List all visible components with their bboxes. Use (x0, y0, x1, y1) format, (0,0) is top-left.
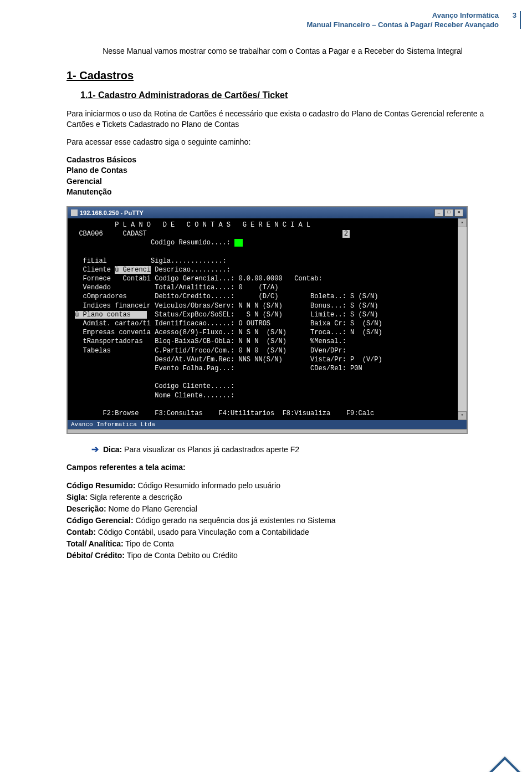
term-program: CBA006 CADAST (71, 230, 147, 238)
field-desc: Tipo de Conta Debito ou Crédito (125, 551, 238, 560)
term-title: P L A N O D E C O N T A S G E R E N C I … (71, 221, 310, 229)
terminal-body: P L A N O D E C O N T A S G E R E N C I … (68, 218, 458, 420)
terminal-screenshot: 192.168.0.250 - PuTTY _ □ × P L A N O D … (66, 206, 468, 434)
tip-row: ➔ Dica: Para visualizar os Planos já cad… (91, 445, 499, 454)
term-field-descricao: Descricao.........: (155, 266, 231, 274)
heading-cadastros: 1- Cadastros (66, 69, 499, 82)
term-line-transportadoras: tRansportadoras Bloq-BaixaS/CB-ObLa: N N… (71, 338, 346, 345)
close-icon[interactable]: × (454, 209, 463, 217)
field-desc: Código Contábil, usado para Vinculação c… (96, 528, 309, 536)
term-line-indices: Indices financeir Veiculos/Obras/Serv: N… (71, 302, 378, 310)
tip-text: Dica: Para visualizar os Planos já cadas… (103, 445, 299, 454)
intro-paragraph: Nesse Manual vamos mostrar como se traba… (66, 47, 499, 55)
fields-heading: Campos referentes a tela acima: (66, 462, 499, 473)
terminal-scrollbar[interactable]: ▴ ▾ (458, 218, 467, 420)
field-desc: Sigla referente a descrição (88, 493, 182, 502)
terminal-titlebar: 192.168.0.250 - PuTTY _ □ × (68, 207, 467, 218)
header-divider (520, 11, 521, 29)
page-number-badge: 3 (482, 756, 528, 772)
field-desc: Nome do Plano Gerencial (106, 504, 197, 513)
document-header: 3 Avanço Informática Manual Financeiro –… (66, 11, 499, 30)
field-total-analitica: Total/ Analítica: Tipo de Conta (66, 538, 499, 550)
term-menu-cliente: Cliente (71, 266, 115, 274)
term-cursor (234, 239, 242, 247)
term-line-tabelas: Tabelas C.Partid/Troco/Com.: 0 N 0 (S/N)… (71, 347, 346, 355)
field-sigla: Sigla: Sigla referente a descrição (66, 492, 499, 503)
term-line-evento: Evento Folha.Pag...: CDes/Rel: P0N (71, 365, 362, 372)
term-line-vendedor: Vendedo Total/Analitica....: 0 (T/A) (71, 284, 278, 292)
field-label: Débito/ Crédito: (66, 551, 125, 560)
field-desc: Código gerado na sequência dos já existe… (134, 516, 336, 525)
minimize-icon[interactable]: _ (434, 209, 443, 217)
path-step-plano-contas: Plano de Contas (66, 165, 499, 176)
term-menu-gerencial-selected: û Gerenci (115, 266, 151, 274)
heading-cadastro-adm-cartoes: 1.1- Cadastro Administradoras de Cartões… (80, 90, 499, 100)
field-label: Total/ Analítica: (66, 539, 124, 548)
fields-list: Código Resumido: Código Resumido informa… (66, 480, 499, 561)
term-field-codigo-resumido: Codigo Resumido....: (71, 239, 234, 247)
window-buttons: _ □ × (434, 209, 463, 217)
field-desc: Código Resumido informado pelo usuário (135, 481, 280, 490)
term-line-compradores: cOmpradores Debito/Credito.....: (D/C) B… (71, 293, 378, 300)
paragraph-intro-rotina: Para iniciarmos o uso da Rotina de Cartõ… (66, 109, 499, 130)
field-label: Código Resumido: (66, 481, 135, 490)
arrow-right-icon: ➔ (91, 445, 99, 454)
putty-icon (71, 209, 78, 216)
field-label: Código Gerencial: (66, 516, 134, 525)
field-codigo-resumido: Código Resumido: Código Resumido informa… (66, 480, 499, 492)
scroll-down-icon[interactable]: ▾ (458, 411, 467, 420)
heading-cadastros-text: 1- Cadastros (66, 69, 134, 81)
term-function-keys: F2:Browse F3:Consultas F4:Utilitarios F8… (71, 410, 374, 417)
field-contab: Contab: Código Contábil, usado para Vinc… (66, 526, 499, 538)
path-step-cadastros-basicos: Cadastros Básicos (66, 155, 499, 166)
term-field-nome-cliente: Nome Cliente.......: (71, 392, 234, 400)
path-step-gerencial: Gerencial (66, 176, 499, 187)
field-codigo-gerencial: Código Gerencial: Código gerado na sequê… (66, 515, 499, 526)
field-label: Sigla: (66, 493, 88, 502)
term-line-admist-cartao: Admist. cartao/ti Identificacao......: O… (71, 320, 382, 328)
company-name: Avanço Informática (66, 11, 499, 21)
term-menu-plano-contas-selected: û Plano contas (75, 311, 147, 319)
maximize-icon[interactable]: □ (444, 209, 453, 217)
field-desc: Tipo de Conta (124, 539, 174, 548)
navigation-path: Cadastros Básicos Plano de Contas Gerenc… (66, 155, 499, 198)
paragraph-caminho: Para acessar esse cadastro siga o seguin… (66, 137, 499, 148)
tip-label: Dica: (103, 445, 122, 454)
field-descricao: Descrição: Nome do Plano Gerencial (66, 503, 499, 515)
term-line-empresas: Empresas convenia Acesso(8/9)-Fluxo..: N… (71, 329, 382, 336)
field-label: Descrição: (66, 504, 106, 513)
term-line-desd: Desd/At.VAut/Em.Rec: NNS NN(S/N) Vista/P… (71, 356, 382, 364)
field-label: Contab: (66, 528, 96, 536)
path-step-manutencao: Manutenção (66, 187, 499, 198)
field-debito-credito: Débito/ Crédito: Tipo de Conta Debito ou… (66, 550, 499, 561)
tip-body: Para visualizar os Planos já cadastrados… (122, 445, 299, 454)
term-field-sigla: fiLial Sigla.............: (71, 257, 227, 265)
term-field-status: Status/ExpBco/SoSEL: S N (S/N) Limite..:… (155, 311, 378, 319)
terminal-status-line: Avanco Informatica Ltda (68, 420, 467, 429)
term-line-fornece: Fornece Contabi Codigo Gerencial...: 0.0… (71, 275, 323, 283)
term-page-indicator: 2 (342, 230, 350, 238)
terminal-resize-handle[interactable] (68, 429, 467, 433)
scroll-up-icon[interactable]: ▴ (458, 218, 467, 227)
page-number-top: 3 (513, 11, 516, 21)
terminal-title: 192.168.0.250 - PuTTY (80, 209, 144, 216)
term-field-codigo-cliente: Codigo Cliente.....: (71, 382, 234, 390)
document-title: Manual Financeiro – Contas à Pagar/ Rece… (66, 21, 499, 30)
